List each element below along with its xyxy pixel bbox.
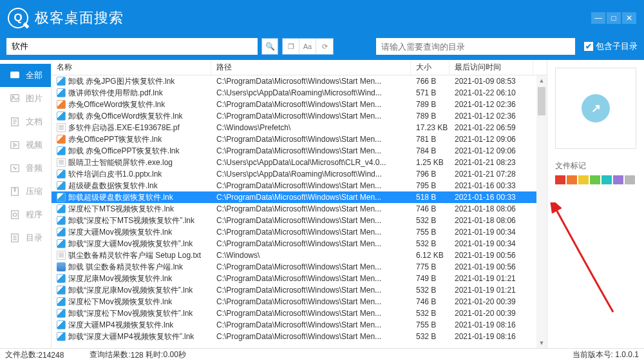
preview-pane: 文件标记: [547, 60, 644, 348]
file-size: 784 B: [411, 146, 450, 155]
scrollbar[interactable]: ▲ ▼: [536, 75, 547, 348]
scroll-up-icon[interactable]: ▲: [536, 75, 547, 86]
table-row[interactable]: 深度松下Mov视频恢复软件.lnk C:\ProgramData\Microso…: [52, 296, 547, 307]
table-row[interactable]: 骐尘数备精灵软件客户端 Setup Log.txt C:\Windows\ 6.…: [52, 249, 547, 261]
file-size: 795 B: [411, 181, 450, 190]
file-icon: [57, 146, 66, 155]
file-date: 2021-01-19 01:21: [450, 274, 533, 283]
column-path[interactable]: 路径: [211, 60, 411, 75]
file-icon: [57, 297, 66, 306]
file-size: 746 B: [411, 297, 450, 306]
sidebar-item-0[interactable]: 全部: [0, 64, 51, 87]
file-size: 789 B: [411, 100, 450, 109]
sidebar-label: 图片: [26, 93, 43, 104]
table-row[interactable]: 卸载“深度尼康Mov视频恢复软件”.lnk C:\ProgramData\Mic…: [52, 284, 547, 296]
table-row[interactable]: 卸载超级硬盘数据恢复软件.lnk C:\ProgramData\Microsof…: [52, 191, 547, 203]
color-tag-2[interactable]: [578, 175, 589, 184]
minimize-button[interactable]: —: [591, 12, 605, 24]
table-row[interactable]: 卸载 赤兔JPG图片恢复软件.lnk C:\ProgramData\Micros…: [52, 75, 547, 87]
file-name: 卸载“深度松下Mov视频恢复软件”.lnk: [68, 308, 193, 319]
file-icon: [57, 216, 66, 225]
file-size: 571 B: [411, 88, 450, 97]
color-tag-3[interactable]: [590, 175, 600, 184]
table-row[interactable]: 卸载 骐尘数备精灵软件客户端.lnk C:\ProgramData\Micros…: [52, 261, 547, 273]
table-row[interactable]: 卸载 赤兔OfficeWord恢复软件.lnk C:\ProgramData\M…: [52, 110, 547, 122]
file-name: 骐尘数备精灵软件客户端 Setup Log.txt: [68, 250, 201, 261]
file-icon: [57, 262, 66, 271]
file-name: 赤兔OfficeWord恢复软件.lnk: [68, 99, 165, 110]
file-path: C:\ProgramData\Microsoft\Windows\Start M…: [211, 239, 411, 248]
table-row[interactable]: 卸载“深度大疆Mov视频恢复软件”.lnk C:\ProgramData\Mic…: [52, 238, 547, 249]
table-row[interactable]: 赤兔OfficeWord恢复软件.lnk C:\ProgramData\Micr…: [52, 99, 547, 110]
table-row[interactable]: 赤兔OfficePPT恢复软件.lnk C:\ProgramData\Micro…: [52, 133, 547, 145]
table-row[interactable]: 微讲师软件使用帮助.pdf.lnk C:\Users\pc\AppData\Ro…: [52, 87, 547, 99]
color-tag-5[interactable]: [613, 175, 623, 184]
scroll-down-icon[interactable]: ▼: [536, 338, 547, 348]
file-name: 软件培训白皮书1.0.pptx.lnk: [68, 169, 162, 180]
titlebar: Q 极客桌面搜索 — □ ✕: [0, 0, 644, 35]
file-name: 深度尼康Mov视频恢复软件.lnk: [68, 273, 172, 284]
file-icon: [57, 135, 66, 144]
file-date: 2021-01-19 08:16: [450, 332, 533, 341]
svg-rect-7: [11, 142, 19, 149]
sidebar-item-6[interactable]: 程序: [0, 203, 51, 226]
file-icon: [57, 181, 66, 190]
case-toggle-icon[interactable]: Aa: [299, 39, 316, 54]
color-tag-4[interactable]: [601, 175, 612, 184]
table-row[interactable]: 深度尼康Mov视频恢复软件.lnk C:\ProgramData\Microso…: [52, 273, 547, 284]
window-mode-icon[interactable]: ❐: [283, 39, 299, 54]
table-row[interactable]: 卸载“深度大疆MP4视频恢复软件”.lnk C:\ProgramData\Mic…: [52, 331, 547, 342]
table-row[interactable]: 软件培训白皮书1.0.pptx.lnk C:\Users\pc\AppData\…: [52, 168, 547, 180]
sidebar-icon: [9, 117, 21, 127]
file-path: C:\ProgramData\Microsoft\Windows\Start M…: [211, 286, 411, 295]
color-tag-6[interactable]: [625, 175, 635, 184]
search-input[interactable]: [6, 38, 258, 55]
sidebar-item-5[interactable]: 压缩: [0, 180, 51, 203]
file-path: C:\ProgramData\Microsoft\Windows\Start M…: [211, 146, 411, 155]
column-name[interactable]: 名称: [52, 60, 211, 75]
file-size: 532 B: [411, 332, 450, 341]
include-subdir-checkbox[interactable]: ✔ 包含子目录: [584, 41, 638, 52]
file-date: 2021-01-19 00:56: [450, 251, 533, 260]
tags-label: 文件标记: [555, 161, 586, 171]
search-button[interactable]: 🔍: [261, 38, 278, 55]
table-row[interactable]: 眼睛卫士智能锁屏软件.exe.log C:\Users\pc\AppData\L…: [52, 157, 547, 168]
svg-rect-0: [11, 72, 19, 78]
table-row[interactable]: 卸载 赤兔OfficePPT恢复软件.lnk C:\ProgramData\Mi…: [52, 145, 547, 157]
color-tag-0[interactable]: [555, 175, 565, 184]
file-date: 2021-01-12 09:06: [450, 146, 533, 155]
file-date: 2021-01-20 00:39: [450, 297, 533, 306]
sidebar-item-2[interactable]: 文档: [0, 110, 51, 133]
refresh-icon[interactable]: ⟳: [316, 39, 333, 54]
file-path: C:\ProgramData\Microsoft\Windows\Start M…: [211, 216, 411, 225]
file-icon: [57, 309, 66, 318]
path-input[interactable]: [376, 38, 575, 55]
sidebar-item-1[interactable]: 图片: [0, 87, 51, 110]
color-tag-1[interactable]: [567, 175, 577, 184]
file-size: 789 B: [411, 112, 450, 121]
sidebar-item-4[interactable]: 音频: [0, 157, 51, 180]
file-name: 多软件启动器.EXE-E193678E.pf: [68, 122, 180, 133]
sidebar: 全部图片文档视频音频压缩程序目录: [0, 60, 52, 348]
file-date: 2021-01-18 08:06: [450, 204, 533, 213]
column-size[interactable]: 大小: [411, 60, 450, 75]
scroll-thumb[interactable]: [538, 87, 545, 115]
file-size: 532 B: [411, 216, 450, 225]
sidebar-item-3[interactable]: 视频: [0, 133, 51, 157]
table-row[interactable]: 卸载“深度松下MTS视频恢复软件”.lnk C:\ProgramData\Mic…: [52, 215, 547, 226]
table-row[interactable]: 深度大疆MP4视频恢复软件.lnk C:\ProgramData\Microso…: [52, 319, 547, 331]
table-row[interactable]: 深度大疆Mov视频恢复软件.lnk C:\ProgramData\Microso…: [52, 226, 547, 238]
maximize-button[interactable]: □: [607, 12, 621, 24]
table-row[interactable]: 卸载“深度松下Mov视频恢复软件”.lnk C:\ProgramData\Mic…: [52, 307, 547, 319]
file-name: 超级硬盘数据恢复软件.lnk: [68, 180, 158, 191]
sidebar-item-7[interactable]: 目录: [0, 226, 51, 249]
sidebar-icon: [9, 93, 21, 104]
table-row[interactable]: 多软件启动器.EXE-E193678E.pf C:\Windows\Prefet…: [52, 122, 547, 133]
file-size: 796 B: [411, 170, 450, 179]
column-date[interactable]: 最后访问时间: [450, 60, 533, 75]
file-size: 749 B: [411, 274, 450, 283]
table-row[interactable]: 深度松下MTS视频恢复软件.lnk C:\ProgramData\Microso…: [52, 203, 547, 215]
file-date: 2021-01-21 08:23: [450, 158, 533, 167]
table-row[interactable]: 超级硬盘数据恢复软件.lnk C:\ProgramData\Microsoft\…: [52, 180, 547, 191]
close-button[interactable]: ✕: [622, 12, 636, 24]
